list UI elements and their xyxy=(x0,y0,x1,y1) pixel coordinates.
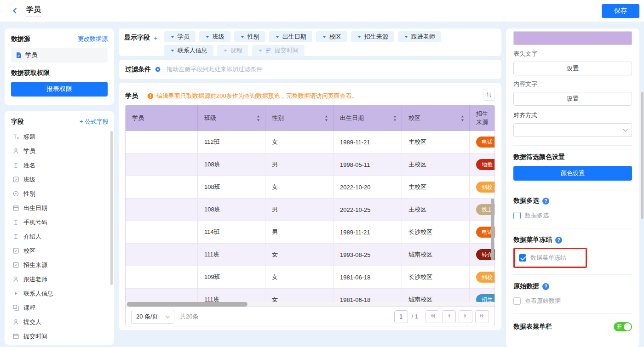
table-row: 108班女2022-10-20主校区到校 xyxy=(126,176,494,199)
content-text-settings-button[interactable]: 设置 xyxy=(513,92,632,106)
display-field-chip[interactable]: 班级 xyxy=(199,31,230,42)
display-field-chip[interactable]: 联系人信息 xyxy=(164,45,213,56)
column-header[interactable]: 性别 xyxy=(265,105,334,131)
divider xyxy=(513,228,632,228)
divider xyxy=(513,274,632,275)
multi-select-checkbox[interactable] xyxy=(513,212,521,219)
field-item[interactable]: 招生来源 xyxy=(11,258,109,272)
field-item[interactable]: 手机号码 xyxy=(11,215,109,229)
text-icon xyxy=(12,219,19,226)
page-size-select[interactable]: 20 条/页 xyxy=(131,310,174,324)
fields-title: 字段 xyxy=(11,118,24,126)
chip-label: 性别 xyxy=(247,33,259,41)
display-field-chip[interactable]: 提交时间 xyxy=(252,45,305,56)
display-field-chip[interactable]: 学员 xyxy=(164,31,196,42)
change-datasource-link[interactable]: 更改数据源 xyxy=(78,35,108,43)
page-size-value: 20 条/页 xyxy=(136,313,158,321)
align-label: 对齐方式 xyxy=(513,111,632,119)
sort-carets-icon[interactable] xyxy=(256,115,260,122)
field-label: 校区 xyxy=(23,247,35,255)
field-item[interactable]: 联系人信息 xyxy=(11,286,109,301)
question-icon[interactable] xyxy=(542,198,549,205)
calendar-icon xyxy=(12,333,19,340)
field-item[interactable]: 姓名 xyxy=(11,158,109,172)
table-vertical-scrollbar[interactable] xyxy=(491,199,494,260)
question-icon[interactable] xyxy=(542,283,549,290)
user-icon xyxy=(12,276,19,283)
pagination-bar: 20 条/页 共20条 1 / 1 xyxy=(126,307,494,326)
field-item[interactable]: 性别 xyxy=(11,187,109,201)
field-item[interactable]: 班级 xyxy=(11,172,109,187)
report-permission-button[interactable]: 报表权限 xyxy=(11,82,108,97)
field-item[interactable]: 学员 xyxy=(11,144,109,158)
display-field-chip[interactable]: 性别 xyxy=(234,31,265,42)
header-color-swatch[interactable] xyxy=(513,31,632,45)
sort-carets-icon[interactable] xyxy=(393,115,397,122)
divider xyxy=(513,313,632,314)
freeze-checkbox[interactable] xyxy=(519,254,526,262)
field-label: 姓名 xyxy=(23,161,35,170)
column-header[interactable]: 学员 xyxy=(126,105,198,131)
column-header[interactable]: 校区 xyxy=(402,105,470,131)
sort-carets-icon[interactable] xyxy=(324,115,328,122)
gear-icon[interactable] xyxy=(154,66,161,73)
table-cell xyxy=(126,221,198,243)
field-item[interactable]: 跟进老师 xyxy=(11,272,109,286)
field-item[interactable]: 出生日期 xyxy=(11,201,109,215)
menubar-toggle[interactable]: 开 xyxy=(614,322,632,331)
raw-data-title: 原始数据 xyxy=(513,282,632,290)
back-button[interactable] xyxy=(14,9,18,13)
column-header[interactable]: 招生来源 xyxy=(470,105,494,131)
horizontal-scrollbar-track[interactable] xyxy=(126,302,494,307)
display-field-chip[interactable]: 课程 xyxy=(217,45,248,56)
field-item[interactable]: 提交时间 xyxy=(11,329,109,343)
column-header[interactable]: 班级 xyxy=(198,105,265,131)
display-field-chip[interactable]: 出生日期 xyxy=(269,31,312,42)
caret-down-icon xyxy=(404,34,408,39)
add-display-field-button[interactable]: + xyxy=(154,34,158,42)
table-cell: 主校区 xyxy=(402,176,470,198)
column-header-label: 出生日期 xyxy=(340,114,364,122)
user-icon xyxy=(12,319,19,325)
raw-data-checkbox[interactable] xyxy=(513,297,521,305)
table-row: 111班女1993-08-25城南校区转介 xyxy=(126,244,494,266)
caret-down-icon xyxy=(275,34,280,39)
display-field-chip[interactable]: 招生来源 xyxy=(351,31,394,42)
source-tag: 到校 xyxy=(476,272,494,283)
sort-carets-icon[interactable] xyxy=(460,115,465,122)
column-header[interactable]: 出生日期 xyxy=(334,105,402,131)
display-field-chip[interactable]: 校区 xyxy=(316,31,347,42)
chip-label: 招生来源 xyxy=(364,33,388,41)
chip-label: 学员 xyxy=(178,33,190,41)
page-title: 学员 xyxy=(26,5,41,17)
column-header-label: 学员 xyxy=(132,114,144,122)
question-icon[interactable] xyxy=(555,237,562,244)
current-page-input[interactable]: 1 xyxy=(394,310,408,323)
double-right-icon xyxy=(479,313,485,320)
next-page-button[interactable] xyxy=(459,310,472,323)
table-row: 109班女1981-06-18长沙校区到校 xyxy=(126,266,494,289)
table-cell xyxy=(126,266,198,288)
display-field-chip[interactable]: 跟进老师 xyxy=(398,31,441,42)
table-cell: 112班 xyxy=(198,131,265,153)
add-formula-field-link[interactable]: + 公式字段 xyxy=(80,118,109,126)
header-text-settings-button[interactable]: 设置 xyxy=(513,62,632,75)
prev-page-button[interactable] xyxy=(442,310,456,323)
last-page-button[interactable] xyxy=(475,310,489,323)
first-page-button[interactable] xyxy=(426,310,439,323)
window-scrollbar[interactable] xyxy=(641,92,644,219)
datasource-item[interactable]: 学员 xyxy=(11,48,108,63)
sort-tool-button[interactable] xyxy=(483,89,495,101)
horizontal-scrollbar-thumb[interactable] xyxy=(127,302,247,307)
field-item[interactable]: 提交人 xyxy=(11,315,109,329)
style-settings-panel: 表头文字 设置 内容文字 设置 对齐方式 数据筛选颜色设置 颜色设置 数据多选 … xyxy=(506,28,639,347)
field-item[interactable]: 校区 xyxy=(11,244,109,258)
field-item[interactable]: 标题 xyxy=(11,130,109,144)
align-select[interactable] xyxy=(513,123,632,137)
color-settings-button[interactable]: 颜色设置 xyxy=(513,166,632,181)
field-item[interactable]: 课程 xyxy=(11,301,109,315)
fields-scrollbar[interactable] xyxy=(110,131,113,285)
raw-data-checkbox-label: 查看原始数据 xyxy=(525,297,561,305)
save-button[interactable]: 保存 xyxy=(602,4,639,18)
field-item[interactable]: 介绍人 xyxy=(11,229,109,244)
